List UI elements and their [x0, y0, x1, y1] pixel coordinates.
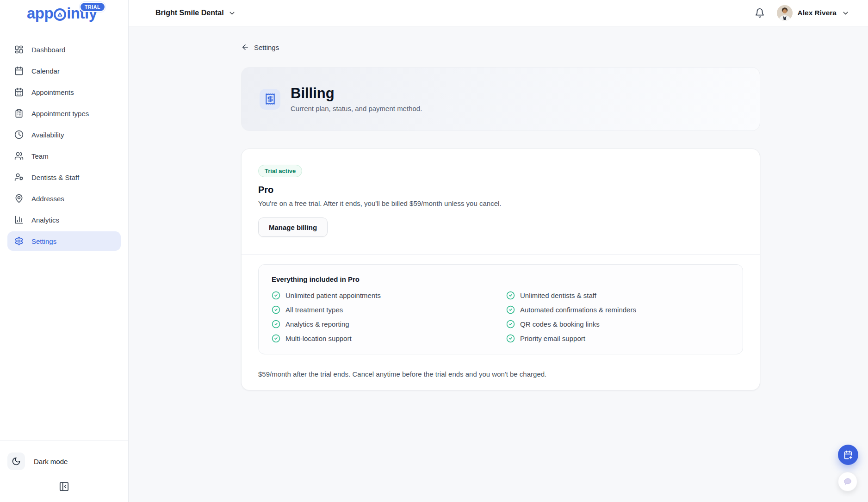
calendar-days-icon — [14, 87, 24, 97]
feature-item: QR codes & booking links — [506, 320, 730, 328]
sidebar-item-settings[interactable]: Settings — [7, 231, 121, 251]
sidebar-item-appointments[interactable]: Appointments — [7, 82, 121, 102]
feature-item: Priority email support — [506, 334, 730, 343]
sidebar-item-dentists-staff[interactable]: Dentists & Staff — [7, 167, 121, 187]
status-badge: Trial active — [258, 165, 302, 177]
sidebar-item-label: Calendar — [31, 67, 60, 75]
check-circle-icon — [272, 305, 280, 314]
feature-item: All treatment types — [272, 305, 495, 314]
check-circle-icon — [506, 305, 515, 314]
sidebar-item-label: Settings — [31, 237, 56, 245]
bar-chart-icon — [14, 215, 24, 224]
app-root: app intly TRIAL Dashboard Calendar — [0, 0, 868, 502]
sidebar-item-label: Dentists & Staff — [31, 174, 79, 181]
sidebar-item-label: Addresses — [31, 195, 64, 203]
chevron-down-icon — [228, 9, 236, 17]
sidebar-item-availability[interactable]: Availability — [7, 125, 121, 144]
layout-dashboard-icon — [14, 45, 24, 54]
page-title: Billing — [291, 86, 422, 101]
trial-plan-badge: TRIAL — [80, 2, 105, 12]
plan-description: You're on a free trial. After it ends, y… — [258, 199, 743, 207]
plan-card: Trial active Pro You're on a free trial.… — [241, 149, 760, 390]
arrow-left-icon — [241, 43, 249, 51]
gear-icon — [14, 236, 24, 246]
dark-mode-toggle[interactable]: Dark mode — [7, 452, 68, 470]
page-subtitle: Current plan, status, and payment method… — [291, 105, 422, 112]
clock-icon — [14, 130, 24, 139]
feature-label: QR codes & booking links — [520, 320, 600, 328]
clinic-name: Bright Smile Dental — [155, 9, 224, 17]
user-gear-icon — [14, 173, 24, 182]
avatar — [777, 5, 793, 21]
billing-header-card: Billing Current plan, status, and paymen… — [241, 67, 760, 131]
user-name: Alex Rivera — [798, 9, 837, 17]
feature-label: Unlimited patient appointments — [285, 291, 381, 299]
sidebar-item-dashboard[interactable]: Dashboard — [7, 40, 121, 59]
panel-left-close-icon — [59, 481, 69, 492]
clinic-switcher[interactable]: Bright Smile Dental — [153, 8, 239, 18]
feature-item: Analytics & reporting — [272, 320, 495, 328]
sidebar-item-calendar[interactable]: Calendar — [7, 61, 121, 81]
sidebar-item-label: Analytics — [31, 216, 59, 224]
sidebar-item-team[interactable]: Team — [7, 146, 121, 166]
chat-widget-button[interactable] — [838, 472, 857, 491]
sidebar-collapse-button[interactable] — [58, 480, 70, 493]
plan-name: Pro — [258, 185, 743, 195]
sidebar-item-label: Appointment types — [31, 110, 89, 118]
moon-icon — [7, 452, 25, 470]
manage-billing-button[interactable]: Manage billing — [258, 217, 328, 237]
breadcrumb-label: Settings — [254, 43, 279, 51]
content: Settings Billing Current plan, status, a… — [129, 26, 868, 502]
feature-label: Multi-location support — [285, 335, 352, 342]
check-circle-icon — [506, 291, 515, 300]
users-icon — [14, 151, 24, 161]
feature-item: Unlimited patient appointments — [272, 291, 495, 300]
sidebar-item-label: Availability — [31, 131, 64, 139]
sidebar: app intly TRIAL Dashboard Calendar — [0, 0, 129, 502]
feature-label: Unlimited dentists & staff — [520, 291, 596, 299]
main-area: Bright Smile Dental Alex Rivera — [129, 0, 868, 502]
sidebar-footer: Dark mode — [0, 440, 128, 502]
check-circle-icon — [272, 334, 280, 343]
map-pin-icon — [14, 194, 24, 203]
dark-mode-label: Dark mode — [34, 458, 68, 465]
speech-bubble-icon — [843, 477, 853, 487]
pricing-footnote: $59/month after the trial ends. Cancel a… — [242, 370, 760, 378]
check-circle-icon — [272, 320, 280, 328]
sidebar-item-label: Appointments — [31, 88, 74, 96]
sidebar-item-appointment-types[interactable]: Appointment types — [7, 104, 121, 123]
check-circle-icon — [506, 320, 515, 328]
user-menu[interactable]: Alex Rivera — [777, 5, 849, 21]
bell-icon — [755, 8, 765, 18]
sidebar-item-addresses[interactable]: Addresses — [7, 189, 121, 208]
features-box: Everything included in Pro Unlimited pat… — [258, 264, 743, 354]
feature-item: Unlimited dentists & staff — [506, 291, 730, 300]
features-title: Everything included in Pro — [272, 275, 730, 283]
check-circle-icon — [272, 291, 280, 300]
breadcrumb-back-settings[interactable]: Settings — [241, 43, 279, 51]
sidebar-nav: Dashboard Calendar Appointments Appointm… — [0, 40, 128, 251]
feature-label: Automated confirmations & reminders — [520, 306, 636, 314]
chevron-down-icon — [842, 9, 849, 17]
clipboard-list-icon — [14, 109, 24, 118]
topbar-right: Alex Rivera — [755, 5, 849, 21]
notifications-button[interactable] — [755, 8, 765, 18]
logo-text-first: app — [27, 5, 53, 22]
divider — [242, 254, 760, 255]
receipt-dollar-icon — [260, 89, 280, 110]
new-appointment-fab[interactable] — [838, 445, 858, 465]
logo-area: app intly TRIAL — [0, 0, 128, 29]
logo-triangle-icon — [54, 8, 66, 21]
app-logo[interactable]: app intly — [27, 5, 128, 22]
sidebar-item-label: Dashboard — [31, 46, 65, 54]
feature-label: Analytics & reporting — [285, 320, 349, 328]
topbar: Bright Smile Dental Alex Rivera — [129, 0, 868, 26]
check-circle-icon — [506, 334, 515, 343]
feature-item: Multi-location support — [272, 334, 495, 343]
features-grid: Unlimited patient appointments Unlimited… — [272, 291, 730, 343]
calendar-plus-icon — [843, 450, 853, 459]
feature-label: All treatment types — [285, 306, 343, 314]
sidebar-item-analytics[interactable]: Analytics — [7, 210, 121, 229]
feature-item: Automated confirmations & reminders — [506, 305, 730, 314]
feature-label: Priority email support — [520, 335, 585, 342]
